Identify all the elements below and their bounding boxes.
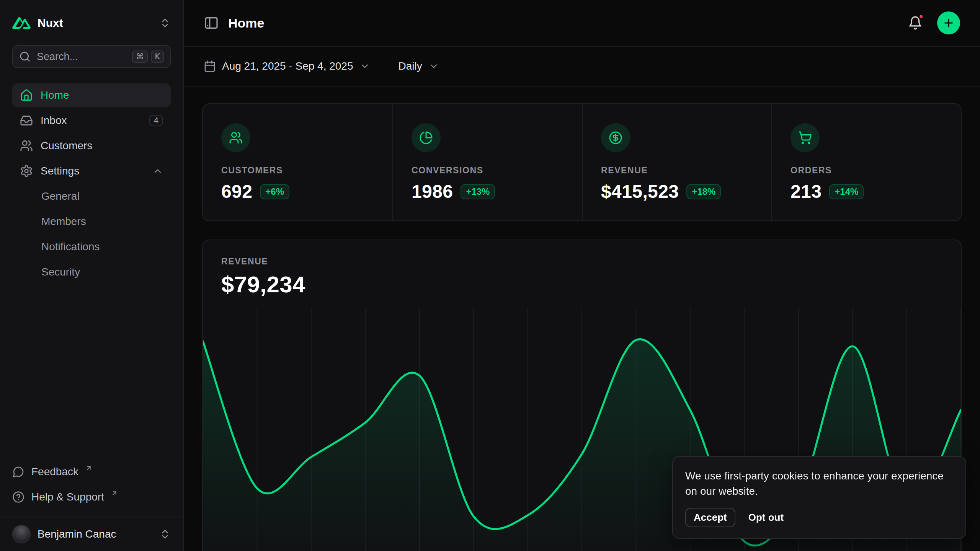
- sidebar-item-inbox[interactable]: Inbox 4: [12, 109, 171, 132]
- stat-delta-badge: +6%: [260, 184, 289, 199]
- sidebar-footer: Feedback Help & Support: [0, 461, 183, 517]
- inbox-icon: [20, 114, 33, 127]
- granularity-select[interactable]: Daily: [392, 55, 446, 77]
- feedback-link[interactable]: Feedback: [12, 461, 171, 482]
- users-icon: [221, 123, 250, 152]
- sidebar-item-notifications[interactable]: Notifications: [12, 235, 171, 259]
- revenue-panel-label: REVENUE: [221, 256, 942, 267]
- notification-unread-dot: [918, 13, 924, 20]
- stat-delta-badge: +18%: [686, 184, 721, 199]
- search-shortcut: ⌘ K: [132, 51, 164, 63]
- sidebar-item-security[interactable]: Security: [12, 260, 171, 284]
- workspace-name: Nuxt: [38, 16, 63, 29]
- stat-label: REVENUE: [601, 165, 753, 176]
- sidebar-item-settings[interactable]: Settings: [12, 159, 171, 183]
- stat-value: $415,523: [601, 181, 679, 202]
- cookie-banner: We use first-party cookies to enhance yo…: [672, 456, 966, 539]
- search-input[interactable]: Search... ⌘ K: [12, 45, 171, 68]
- filters-toolbar: Aug 21, 2025 - Sep 4, 2025 Daily: [184, 47, 980, 86]
- cookie-actions: Accept Opt out: [685, 508, 953, 527]
- user-menu[interactable]: Benjamin Canac: [0, 517, 183, 551]
- message-bubble-icon: [12, 466, 24, 478]
- home-icon: [20, 89, 33, 102]
- workspace-switcher[interactable]: Nuxt: [0, 0, 183, 32]
- stat-delta-badge: +14%: [829, 184, 864, 199]
- sidebar-item-label: Settings: [41, 165, 79, 177]
- users-icon: [20, 139, 33, 152]
- help-circle-icon: [12, 491, 24, 503]
- help-support-link[interactable]: Help & Support: [12, 487, 171, 507]
- chevron-down-icon: [428, 61, 439, 72]
- panel-left-icon: [204, 15, 219, 31]
- granularity-label: Daily: [399, 60, 422, 72]
- add-button[interactable]: [937, 11, 960, 34]
- kbd-command: ⌘: [132, 51, 148, 63]
- sub-item-label: Members: [41, 215, 86, 228]
- chevron-up-icon: [152, 166, 163, 176]
- revenue-panel-total: $79,234: [221, 271, 942, 298]
- circle-dollar-icon: [601, 123, 630, 152]
- stat-customers[interactable]: CUSTOMERS 692 +6%: [203, 104, 392, 220]
- sidebar-item-members[interactable]: Members: [12, 210, 171, 233]
- sidebar-item-customers[interactable]: Customers: [12, 134, 171, 158]
- accept-cookies-button[interactable]: Accept: [685, 508, 735, 527]
- stat-label: CONVERSIONS: [412, 165, 564, 176]
- help-support-label: Help & Support: [31, 491, 104, 503]
- feedback-label: Feedback: [31, 466, 78, 478]
- main-header: Home: [184, 0, 980, 47]
- sidebar-toggle-button[interactable]: [204, 15, 219, 31]
- opt-out-button[interactable]: Opt out: [740, 508, 792, 527]
- stat-value: 692: [221, 181, 252, 202]
- stat-conversions[interactable]: CONVERSIONS 1986 +13%: [392, 104, 582, 220]
- stat-value: 1986: [412, 181, 453, 202]
- external-link-icon: [111, 490, 118, 497]
- stat-label: CUSTOMERS: [221, 165, 374, 176]
- stat-value: 213: [791, 181, 822, 202]
- sidebar-nav: Home Inbox 4 Customers Settings: [0, 83, 183, 284]
- notifications-button[interactable]: [906, 14, 924, 32]
- stat-revenue[interactable]: REVENUE $415,523 +18%: [582, 104, 771, 220]
- stat-label: ORDERS: [791, 165, 942, 176]
- sub-item-label: Security: [41, 266, 80, 278]
- sidebar-item-label: Home: [41, 89, 69, 101]
- chevrons-up-down-icon: [159, 528, 171, 540]
- stats-row: CUSTOMERS 692 +6% CONVERSIONS 1986 +13%: [202, 103, 962, 221]
- date-range-label: Aug 21, 2025 - Sep 4, 2025: [222, 60, 353, 72]
- sub-item-label: General: [41, 190, 80, 202]
- page-title: Home: [228, 16, 264, 31]
- user-name: Benjamin Canac: [38, 528, 116, 540]
- header-actions: [906, 11, 960, 34]
- nuxt-logo-icon: [12, 14, 31, 32]
- calendar-icon: [204, 60, 216, 72]
- stat-delta-badge: +13%: [461, 184, 495, 199]
- stat-orders[interactable]: ORDERS 213 +14%: [771, 104, 961, 220]
- cookie-message: We use first-party cookies to enhance yo…: [685, 468, 953, 499]
- sidebar-item-home[interactable]: Home: [12, 83, 171, 107]
- sidebar-item-label: Customers: [41, 140, 92, 152]
- search-icon: [19, 51, 31, 62]
- sidebar-item-label: Inbox: [41, 114, 67, 127]
- sidebar: Nuxt Search... ⌘ K Home: [0, 0, 184, 551]
- sub-item-label: Notifications: [41, 241, 100, 253]
- inbox-count-badge: 4: [149, 115, 163, 126]
- date-range-picker[interactable]: Aug 21, 2025 - Sep 4, 2025: [197, 55, 377, 77]
- user-avatar: [12, 525, 31, 543]
- gear-icon: [20, 165, 33, 178]
- pie-chart-icon: [412, 123, 441, 152]
- external-link-icon: [85, 465, 92, 471]
- chevrons-up-down-icon: [159, 17, 171, 29]
- kbd-k: K: [151, 51, 164, 63]
- chevron-down-icon: [359, 61, 370, 72]
- plus-icon: [942, 17, 955, 29]
- sidebar-item-general[interactable]: General: [12, 184, 171, 208]
- search-placeholder: Search...: [37, 51, 78, 63]
- shopping-cart-icon: [791, 123, 820, 152]
